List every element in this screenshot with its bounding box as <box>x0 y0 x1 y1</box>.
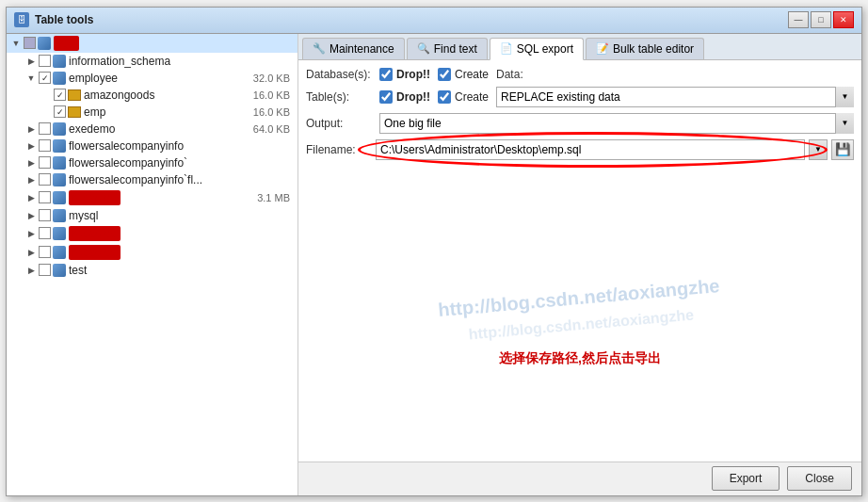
expand-arrow-exedemo[interactable]: ▶ <box>25 123 37 135</box>
expand-arrow-employee[interactable]: ▼ <box>25 73 37 84</box>
tree-item-root[interactable]: ▼ text <box>7 34 297 53</box>
table-icon-amazongoods <box>68 89 81 101</box>
checkbox-emp[interactable] <box>54 105 66 118</box>
tabs-bar: 🔧 Maintenance 🔍 Find text 📄 SQL export 📝… <box>298 34 861 60</box>
tree-item-flowersale3[interactable]: ▶ flowersalecompanyinfo`fl... <box>7 171 297 188</box>
create-table-checkbox-group: Create <box>438 90 489 104</box>
output-dropdown-wrapper: One big file Multiple files ▼ <box>379 113 854 134</box>
tree-size-redacted1: 3.1 MB <box>257 192 294 203</box>
expand-arrow-redacted2[interactable]: ▶ <box>25 228 37 239</box>
right-panel: 🔧 Maintenance 🔍 Find text 📄 SQL export 📝… <box>298 34 861 495</box>
expand-arrow-info[interactable]: ▶ <box>25 56 37 67</box>
tree-size-exedemo: 64.0 KB <box>253 123 294 135</box>
tab-sql-export[interactable]: 📄 SQL export <box>490 38 584 60</box>
close-window-button[interactable]: ✕ <box>833 11 854 28</box>
checkbox-flowersale2[interactable] <box>39 156 51 169</box>
expand-arrow-flowersale1[interactable]: ▶ <box>25 140 37 152</box>
checkbox-mysql[interactable] <box>39 209 51 221</box>
tree-item-employee[interactable]: ▼ employee 32.0 KB <box>7 70 297 87</box>
checkbox-amazongoods[interactable] <box>54 89 66 101</box>
filename-label: Filename: <box>306 143 372 156</box>
db-icon-mysql <box>53 209 66 222</box>
tree-label-emp: emp <box>84 105 105 119</box>
tree-size-employee: 32.0 KB <box>253 73 294 84</box>
tree-label-root: text <box>54 36 79 51</box>
window-controls: — □ ✕ <box>788 11 854 28</box>
tree-size-emp: 16.0 KB <box>253 106 294 118</box>
expand-arrow-flowersale3[interactable]: ▶ <box>25 174 37 186</box>
checkbox-redacted3[interactable] <box>39 246 51 258</box>
create-db-checkbox[interactable] <box>438 68 451 81</box>
tree-label-redacted2: redacted <box>69 226 121 241</box>
drop-db-checkbox[interactable] <box>379 68 393 81</box>
tree-label-redacted3: redacted <box>69 245 121 260</box>
panel-content: Database(s): Drop!! Create Data: Table(s… <box>298 60 861 462</box>
create-db-label: Create <box>455 68 489 81</box>
bulk-editor-icon: 📝 <box>596 42 609 55</box>
tree-item-redacted1[interactable]: ▶ redacted 3.1 MB <box>7 188 297 207</box>
tree-item-amazongoods[interactable]: amazongoods 16.0 KB <box>7 87 297 104</box>
tab-sql-export-label: SQL export <box>517 42 573 56</box>
sql-export-icon: 📄 <box>500 42 513 55</box>
checkbox-flowersale1[interactable] <box>39 139 51 152</box>
find-text-icon: 🔍 <box>417 42 430 55</box>
minimize-button[interactable]: — <box>788 11 809 28</box>
browse-button[interactable]: 💾 <box>831 139 854 160</box>
window-icon: 🗄 <box>14 12 29 27</box>
db-icon-flowersale1 <box>53 139 66 153</box>
filename-input[interactable] <box>376 139 805 160</box>
checkbox-redacted1[interactable] <box>39 191 51 203</box>
annotation-instruction: 选择保存路径,然后点击导出 <box>499 350 661 367</box>
db-icon-redacted3 <box>53 246 66 259</box>
tree-item-mysql[interactable]: ▶ mysql <box>7 207 297 224</box>
tree-item-flowersale2[interactable]: ▶ flowersalecompanyinfo` <box>7 154 297 171</box>
create-db-checkbox-group: Create <box>438 68 489 81</box>
expand-arrow-redacted1[interactable]: ▶ <box>25 192 37 203</box>
tab-bulk-editor[interactable]: 📝 Bulk table editor <box>586 38 704 59</box>
tree-item-flowersale1[interactable]: ▶ flowersalecompanyinfo <box>7 138 297 154</box>
main-window: 🗄 Table tools — □ ✕ ▼ text ▶ information… <box>6 7 862 496</box>
tree-item-redacted2[interactable]: ▶ redacted <box>7 224 297 243</box>
tree-item-info-schema[interactable]: ▶ information_schema <box>7 53 297 70</box>
databases-row: Database(s): Drop!! Create Data: <box>306 68 854 81</box>
tree-label-test: test <box>69 264 87 277</box>
expand-arrow-flowersale2[interactable]: ▶ <box>25 157 37 169</box>
filename-dropdown-wrapper: ▼ <box>809 139 828 160</box>
tree-item-redacted3[interactable]: ▶ redacted <box>7 243 297 262</box>
checkbox-redacted2[interactable] <box>39 227 51 239</box>
checkbox-test[interactable] <box>39 264 51 276</box>
tree-label-flowersale2: flowersalecompanyinfo` <box>69 156 187 170</box>
checkbox-root[interactable] <box>24 37 36 49</box>
tab-maintenance[interactable]: 🔧 Maintenance <box>302 38 405 59</box>
tree-label-flowersale3: flowersalecompanyinfo`fl... <box>69 173 202 186</box>
expand-arrow-mysql[interactable]: ▶ <box>25 210 37 221</box>
checkbox-employee[interactable] <box>39 72 51 84</box>
tab-find-text[interactable]: 🔍 Find text <box>407 38 488 59</box>
window-title: Table tools <box>35 13 788 26</box>
checkbox-info[interactable] <box>39 55 51 67</box>
tree-item-exedemo[interactable]: ▶ exedemo 64.0 KB <box>7 121 297 138</box>
tree-label-redacted1: redacted <box>69 190 121 205</box>
drop-table-checkbox[interactable] <box>379 90 393 104</box>
checkbox-flowersale3[interactable] <box>39 173 51 186</box>
maintenance-icon: 🔧 <box>313 42 326 55</box>
tree-item-test[interactable]: ▶ test <box>7 262 297 279</box>
close-button[interactable]: Close <box>787 466 852 491</box>
create-table-checkbox[interactable] <box>438 90 451 104</box>
checkbox-exedemo[interactable] <box>39 122 51 135</box>
expand-arrow-test[interactable]: ▶ <box>25 265 37 276</box>
expand-arrow-redacted3[interactable]: ▶ <box>25 247 37 258</box>
drop-db-label: Drop!! <box>396 68 430 81</box>
annotation-area: http://blog.csdn.net/aoxiangzhe http://b… <box>306 166 854 454</box>
tree-label-mysql: mysql <box>69 209 98 222</box>
db-icon-employee <box>53 72 66 85</box>
tree-label-info: information_schema <box>69 55 170 68</box>
output-dropdown[interactable]: One big file Multiple files <box>379 113 854 134</box>
databases-label: Database(s): <box>306 68 372 81</box>
tree-item-emp[interactable]: emp 16.0 KB <box>7 104 297 121</box>
tree-label-exedemo: exedemo <box>69 122 115 136</box>
data-dropdown[interactable]: REPLACE existing data INSERT IGNORE No d… <box>496 87 854 107</box>
expand-arrow-root[interactable]: ▼ <box>10 38 22 49</box>
export-button[interactable]: Export <box>712 466 780 491</box>
maximize-button[interactable]: □ <box>811 11 831 28</box>
